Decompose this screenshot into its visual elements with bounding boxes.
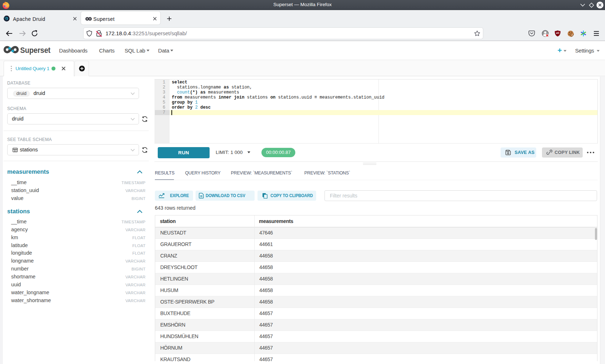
- svg-text:uO: uO: [556, 32, 559, 34]
